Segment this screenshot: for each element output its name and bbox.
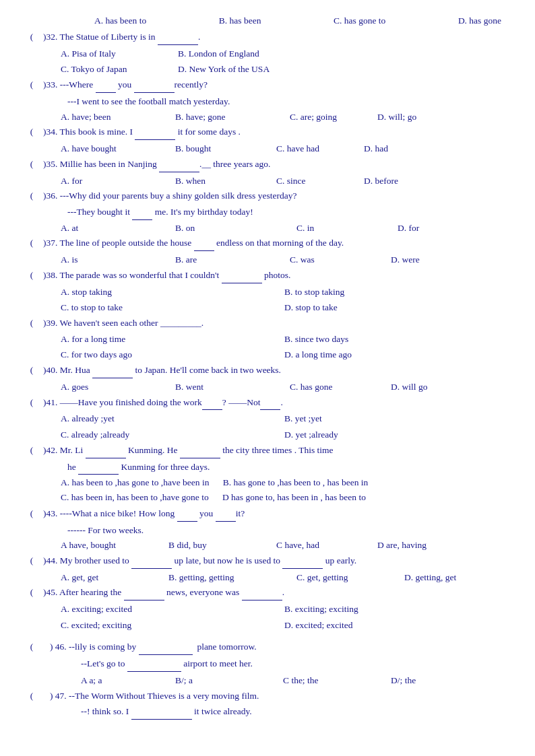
option-C-top: C. has gone to xyxy=(334,13,385,29)
q37-optB: B. are xyxy=(175,252,290,267)
q36-optD: D. for xyxy=(398,221,451,236)
q35-optA: A. for xyxy=(61,174,175,188)
q43-sub: ------ For two weeks. xyxy=(27,523,508,538)
q39-optC: C. for two days ago xyxy=(61,347,284,362)
q47-sub: --! think so. I it twice already. xyxy=(27,704,508,720)
q42-optCD: C. has been in, has been to ,have gone t… xyxy=(61,490,508,505)
question-39: ( )39. We haven't seen each other ______… xyxy=(27,316,508,331)
q35-optC: C. since xyxy=(276,174,364,188)
question-47: ( ) 47. --The Worm Without Thieves is a … xyxy=(27,689,508,703)
q33-optD: D. will; go xyxy=(377,110,445,125)
q45-optD: D. excited; excited xyxy=(284,618,508,633)
q42-optA: A. has been to ,has gone to ,have been i… xyxy=(61,475,508,490)
q37-text: )37. The line of people outside the hous… xyxy=(43,236,508,251)
q35-text: )35. Millie has been in Nanjing .__ thre… xyxy=(43,158,508,172)
q41-optC: C. already ;already xyxy=(61,427,284,442)
option-D-top: D. has gone xyxy=(458,13,501,29)
q43-optD: D are, having xyxy=(377,538,445,553)
q46-optA: A a; a xyxy=(81,673,175,688)
option-B-top: B. has been xyxy=(219,13,261,29)
question-32: ( )32. The Statue of Liberty is in . xyxy=(27,30,508,45)
q33-text: )33. ---Where you recently? xyxy=(43,78,508,93)
q39-optA: A. for a long time xyxy=(61,332,284,347)
paren-left-32: ( xyxy=(27,32,36,42)
question-41: ( )41. ——Have you finished doing the wor… xyxy=(27,396,508,411)
q37-optC: C. was xyxy=(290,252,391,267)
q44-optC: C. get, getting xyxy=(296,570,404,585)
question-45: ( )45. After hearing the news, everyone … xyxy=(27,586,508,600)
question-43: ( )43. ----What a nice bike! How long yo… xyxy=(27,507,508,522)
q37-optD: D. were xyxy=(391,252,445,267)
q35-optB: B. when xyxy=(175,174,276,188)
q33-optB: B. have; gone xyxy=(175,110,290,125)
q35-optD: D. before xyxy=(364,174,418,188)
question-44: ( )44. My brother used to up late, but n… xyxy=(27,554,508,569)
q38-optB: B. to stop taking xyxy=(284,285,508,300)
q40-optB: B. went xyxy=(175,380,290,394)
paren-left-33: ( xyxy=(27,79,36,90)
question-33: ( )33. ---Where you recently? xyxy=(27,78,508,93)
q38-optC: C. to stop to take xyxy=(61,300,284,315)
q32-optC: C. Tokyo of Japan xyxy=(61,62,175,77)
q43-optC: C have, had xyxy=(276,538,377,553)
q44-optA: A. get, get xyxy=(61,570,168,585)
q41-text: )41. ——Have you finished doing the work … xyxy=(43,396,508,411)
q32-optB: B. London of England xyxy=(178,46,292,61)
q42-text2: he Kunming for three days. xyxy=(27,460,508,475)
q41-optD: D. yet ;already xyxy=(284,427,508,442)
q38-text: )38. The parade was so wonderful that I … xyxy=(43,269,508,283)
question-35: ( )35. Millie has been in Nanjing .__ th… xyxy=(27,158,508,172)
q45-optA: A. exciting; excited xyxy=(61,602,284,617)
q44-optD: D. getting, get xyxy=(404,570,472,585)
q36-text: )36. ---Why did your parents buy a shiny… xyxy=(43,189,508,203)
paren-right-32 xyxy=(36,32,43,42)
spacer xyxy=(27,633,508,640)
question-38: ( )38. The parade was so wonderful that … xyxy=(27,269,508,283)
q45-optC: C. excited; exciting xyxy=(61,618,284,633)
q32-options2: C. Tokyo of Japan D. New York of the USA xyxy=(27,62,508,77)
q34-optC: C. have had xyxy=(276,141,364,156)
q40-optD: D. will go xyxy=(391,380,445,394)
q39-text: )39. We haven't seen each other ________… xyxy=(43,316,508,331)
q46-optD: D/; the xyxy=(391,673,458,688)
q38-optD: D. stop to take xyxy=(284,300,508,315)
q38-optA: A. stop taking xyxy=(61,285,284,300)
q45-text: )45. After hearing the news, everyone wa… xyxy=(43,586,508,600)
question-42: ( )42. Mr. Li Kunming. He the city three… xyxy=(27,444,508,458)
question-40: ( )40. Mr. Hua to Japan. He'll come back… xyxy=(27,364,508,378)
q43-optB: B did, buy xyxy=(168,538,276,553)
q46-optB: B/; a xyxy=(175,673,283,688)
top-options-row: A. has been to B. has been C. has gone t… xyxy=(27,13,508,29)
q36-optC: C. in xyxy=(296,221,398,236)
q34-optD: D. had xyxy=(364,141,418,156)
q40-text: )40. Mr. Hua to Japan. He'll come back i… xyxy=(43,364,508,378)
q32-text: )32. The Statue of Liberty is in . xyxy=(43,30,508,45)
q34-text: )34. This book is mine. I it for some da… xyxy=(43,125,508,140)
q34-optA: A. have bought xyxy=(61,141,175,156)
q39-optD: D. a long time ago xyxy=(284,347,508,362)
q40-optC: C. has gone xyxy=(290,380,391,394)
question-34: ( )34. This book is mine. I it for some … xyxy=(27,125,508,140)
q40-optA: A. goes xyxy=(61,380,175,394)
q46-sub: --Let's go to airport to meet her. xyxy=(27,656,508,672)
q34-optB: B. bought xyxy=(175,141,276,156)
q43-text: )43. ----What a nice bike! How long you … xyxy=(43,507,508,522)
q44-text: )44. My brother used to up late, but now… xyxy=(43,554,508,569)
q47-text: ) 47. --The Worm Without Thieves is a ve… xyxy=(50,689,508,703)
exam-page: A. has been to B. has been C. has gone t… xyxy=(27,13,508,720)
q33-optA: A. have; been xyxy=(61,110,175,125)
q42-text: )42. Mr. Li Kunming. He the city three t… xyxy=(43,444,508,458)
q36-optB: B. on xyxy=(175,221,296,236)
question-36: ( )36. ---Why did your parents buy a shi… xyxy=(27,189,508,203)
q36-optA: A. at xyxy=(61,221,175,236)
q41-optA: A. already ;yet xyxy=(61,411,284,426)
q46-optC: C the; the xyxy=(283,673,391,688)
q45-optB: B. exciting; exciting xyxy=(284,602,508,617)
q32-options: A. Pisa of Italy B. London of England xyxy=(27,46,508,61)
q33-optC: C. are; going xyxy=(290,110,377,125)
question-46: ( ) 46. --lily is coming by plane tomorr… xyxy=(27,640,508,655)
q41-optB: B. yet ;yet xyxy=(284,411,508,426)
q44-optB: B. getting, getting xyxy=(168,570,296,585)
q43-optA: A have, bought xyxy=(61,538,168,553)
q37-optA: A. is xyxy=(61,252,175,267)
